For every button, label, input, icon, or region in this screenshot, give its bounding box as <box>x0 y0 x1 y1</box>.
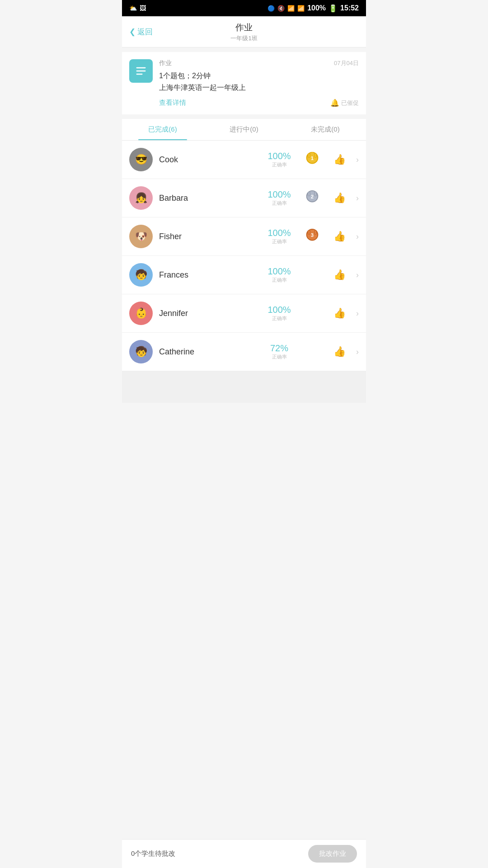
tabs-bar: 已完成(6) 进行中(0) 未完成(0) <box>122 119 366 141</box>
assignment-desc2: 上海牛津英语一起一年级上 <box>159 82 359 94</box>
assignment-content: 作业 07月04日 1个题包；2分钟 上海牛津英语一起一年级上 查看详情 🔔 已… <box>159 59 359 107</box>
like-button-catherine[interactable]: 👍 <box>332 344 347 359</box>
svg-rect-0 <box>136 67 146 68</box>
svg-text:3: 3 <box>311 232 314 238</box>
student-row-cook[interactable]: 😎 Cook 100% 正确率 1 👍 › <box>122 141 366 179</box>
svg-rect-8 <box>308 192 310 196</box>
score-pct-fisher: 100% <box>267 228 291 238</box>
avatar-cook-emoji: 😎 <box>135 154 147 165</box>
tab-inprogress[interactable]: 进行中(0) <box>203 119 285 140</box>
score-fisher: 100% 正确率 <box>266 228 293 245</box>
score-label-fisher: 正确率 <box>272 238 287 245</box>
header: ❮ 返回 作业 一年级1班 <box>122 16 366 47</box>
wifi-icon: 📶 <box>287 5 295 12</box>
student-row-frances[interactable]: 🧒 Frances 100% 正确率 👍 › <box>122 256 366 294</box>
weather-icon: ⛅ <box>129 5 137 12</box>
avatar-frances-emoji: 🧒 <box>135 269 147 281</box>
like-button-fisher[interactable]: 👍 <box>332 229 347 244</box>
like-button-barbara[interactable]: 👍 <box>332 190 347 206</box>
bottom-spacer <box>122 371 366 403</box>
assignment-card: 作业 07月04日 1个题包；2分钟 上海牛津英语一起一年级上 查看详情 🔔 已… <box>122 52 366 114</box>
avatar-frances: 🧒 <box>129 263 153 287</box>
time-display: 15:52 <box>340 4 359 12</box>
avatar-jennifer-emoji: 👶 <box>135 307 147 319</box>
bluetooth-icon: 🔵 <box>267 5 275 12</box>
student-name-catherine: Catherine <box>159 347 259 357</box>
remind-text: 已催促 <box>341 99 359 107</box>
back-chevron-icon: ❮ <box>129 27 136 37</box>
remind-button[interactable]: 🔔 已催促 <box>330 99 359 107</box>
score-pct-jennifer: 100% <box>267 305 291 315</box>
avatar-cook: 😎 <box>129 148 153 171</box>
bell-icon: 🔔 <box>330 99 339 107</box>
assignment-header: 作业 07月04日 <box>159 59 359 67</box>
medal-bronze-icon: 3 <box>304 228 321 245</box>
svg-rect-5 <box>314 154 317 158</box>
svg-rect-12 <box>308 231 310 235</box>
back-button[interactable]: ❮ 返回 <box>129 27 153 37</box>
svg-rect-4 <box>308 154 310 158</box>
like-button-jennifer[interactable]: 👍 <box>332 306 347 321</box>
chevron-right-jennifer: › <box>356 309 359 318</box>
status-left: ⛅ 🖼 <box>129 5 146 12</box>
student-name-cook: Cook <box>159 155 259 165</box>
student-name-frances: Frances <box>159 270 259 280</box>
score-pct-barbara: 100% <box>267 189 291 200</box>
student-row-fisher[interactable]: 🐶 Fisher 100% 正确率 3 👍 › <box>122 217 366 256</box>
medal-gold-icon: 1 <box>304 151 321 168</box>
battery-text: 100% <box>307 4 326 12</box>
avatar-fisher-emoji: 🐶 <box>135 231 147 242</box>
list-icon <box>135 65 147 77</box>
score-jennifer: 100% 正确率 <box>266 305 293 322</box>
page-title: 作业 <box>122 22 366 33</box>
score-label-cook: 正确率 <box>272 161 287 168</box>
like-button-cook[interactable]: 👍 <box>332 152 347 167</box>
signal-icon: 📶 <box>297 5 305 12</box>
score-pct-frances: 100% <box>267 266 291 277</box>
score-cook: 100% 正确率 <box>266 151 293 168</box>
battery-icon: 🔋 <box>328 4 338 13</box>
assignment-icon <box>129 59 153 83</box>
avatar-jennifer: 👶 <box>129 302 153 325</box>
svg-rect-9 <box>314 192 317 196</box>
like-button-frances[interactable]: 👍 <box>332 267 347 283</box>
student-row-jennifer[interactable]: 👶 Jennifer 100% 正确率 👍 › <box>122 294 366 333</box>
score-barbara: 100% 正确率 <box>266 189 293 207</box>
chevron-right-barbara: › <box>356 193 359 203</box>
mute-icon: 🔇 <box>277 5 285 12</box>
chevron-right-frances: › <box>356 270 359 280</box>
score-label-catherine: 正确率 <box>272 354 287 360</box>
avatar-catherine: 🧒 <box>129 340 153 363</box>
chevron-right-fisher: › <box>356 232 359 241</box>
student-list: 😎 Cook 100% 正确率 1 👍 › 👧 Barbara 100% 正确率 <box>122 141 366 371</box>
image-icon: 🖼 <box>140 5 146 12</box>
student-row-catherine[interactable]: 🧒 Catherine 72% 正确率 👍 › <box>122 333 366 371</box>
score-label-barbara: 正确率 <box>272 200 287 207</box>
svg-rect-1 <box>136 71 146 71</box>
student-name-jennifer: Jennifer <box>159 309 259 318</box>
status-right: 🔵 🔇 📶 📶 100% 🔋 15:52 <box>267 4 359 13</box>
tab-completed[interactable]: 已完成(6) <box>122 119 203 140</box>
avatar-barbara: 👧 <box>129 186 153 210</box>
assignment-date: 07月04日 <box>334 59 359 67</box>
status-bar: ⛅ 🖼 🔵 🔇 📶 📶 100% 🔋 15:52 <box>122 0 366 16</box>
assignment-label: 作业 <box>159 59 172 67</box>
medal-silver-icon: 2 <box>304 189 321 207</box>
chevron-right-cook: › <box>356 155 359 165</box>
avatar-catherine-emoji: 🧒 <box>135 346 147 358</box>
score-label-jennifer: 正确率 <box>272 315 287 322</box>
student-row-barbara[interactable]: 👧 Barbara 100% 正确率 2 👍 › <box>122 179 366 217</box>
student-name-fisher: Fisher <box>159 232 259 241</box>
score-label-frances: 正确率 <box>272 277 287 283</box>
score-pct-cook: 100% <box>267 151 291 161</box>
detail-link[interactable]: 查看详情 <box>159 99 186 107</box>
assignment-footer: 查看详情 🔔 已催促 <box>159 99 359 107</box>
avatar-fisher: 🐶 <box>129 225 153 248</box>
score-frances: 100% 正确率 <box>266 266 293 283</box>
svg-text:2: 2 <box>311 194 314 199</box>
svg-text:1: 1 <box>311 156 314 161</box>
assignment-desc: 1个题包；2分钟 上海牛津英语一起一年级上 <box>159 70 359 93</box>
assignment-desc1: 1个题包；2分钟 <box>159 70 359 82</box>
tab-notcompleted[interactable]: 未完成(0) <box>285 119 366 140</box>
student-name-barbara: Barbara <box>159 193 259 203</box>
